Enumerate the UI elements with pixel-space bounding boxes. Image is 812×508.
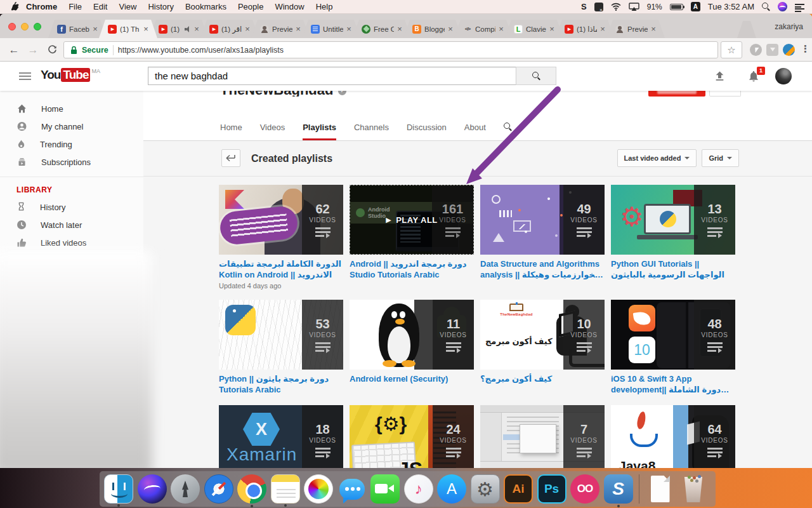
playlist-thumbnail[interactable]: 7VIDEOS xyxy=(480,405,605,468)
dock-messages-icon[interactable] xyxy=(337,474,367,504)
browser-tab-blogger[interactable]: Blogge xyxy=(403,20,462,38)
apple-menu-icon[interactable] xyxy=(11,2,20,11)
address-bar[interactable]: Secure https://www.youtube.com/user/alxs… xyxy=(63,41,718,58)
input-source-icon[interactable] xyxy=(691,2,700,11)
bookmark-star-icon[interactable] xyxy=(721,41,742,58)
playlist-title[interactable]: Data Structure and Algorithms analysis |… xyxy=(480,258,605,280)
dock-system-preferences-icon[interactable] xyxy=(471,474,500,504)
forward-button[interactable] xyxy=(25,43,41,58)
sidebar-item-history[interactable]: History xyxy=(0,198,143,216)
subscriber-count-button[interactable] xyxy=(709,91,741,97)
secure-label[interactable]: Secure xyxy=(82,46,108,55)
close-window-button[interactable] xyxy=(8,23,16,30)
sidebar-item-trending[interactable]: Trending xyxy=(0,135,143,153)
extension-download-icon[interactable] xyxy=(766,44,778,56)
tab-close-icon[interactable] xyxy=(91,25,99,33)
minimize-window-button[interactable] xyxy=(21,23,29,30)
battery-icon[interactable] xyxy=(670,4,683,10)
browser-tab-clavier[interactable]: Clavier xyxy=(505,20,563,38)
playlist-title[interactable]: iOS 10 & Swift 3 App development|| دورة … xyxy=(611,373,735,395)
playlist-thumbnail[interactable]: 11VIDEOS xyxy=(350,300,474,370)
dock-notes-icon[interactable] xyxy=(271,474,300,504)
subscribe-button[interactable] xyxy=(648,91,705,97)
tab-close-icon[interactable] xyxy=(244,25,251,33)
tab-close-icon[interactable] xyxy=(599,25,606,33)
menu-item-view[interactable]: View xyxy=(119,2,136,11)
menu-clock[interactable]: Tue 3:52 AM xyxy=(708,2,754,11)
dock-app-store-icon[interactable] xyxy=(437,474,466,504)
playlist-title[interactable]: كيف أكون مبرمج؟ xyxy=(480,373,605,384)
dock-launchpad-icon[interactable] xyxy=(171,474,200,504)
playlist-title[interactable]: الدورة الكاملة لبرمجة تطبيقات الاندرويد … xyxy=(219,258,343,280)
menu-item-help[interactable]: Help xyxy=(316,2,333,11)
tab-close-icon[interactable] xyxy=(142,25,150,33)
play-all-overlay[interactable]: PLAY ALL xyxy=(350,185,473,254)
channel-search-icon[interactable] xyxy=(504,122,512,140)
sidebar-item-my-channel[interactable]: My channel xyxy=(0,117,143,135)
spotlight-search-icon[interactable] xyxy=(762,3,770,11)
browser-tab-youtube-audio[interactable]: (1) xyxy=(150,20,208,38)
sidebar-item-subscriptions[interactable]: Subscriptions xyxy=(0,153,143,171)
tab-close-icon[interactable] xyxy=(548,25,556,33)
playlist-thumbnail[interactable]: 62VIDEOS xyxy=(219,185,343,255)
wifi-icon[interactable] xyxy=(611,3,621,11)
tab-close-icon[interactable] xyxy=(193,25,200,33)
chrome-menu-icon[interactable] xyxy=(801,43,810,55)
sidebar-item-watch-later[interactable]: Watch later xyxy=(0,216,143,234)
sidebar-item-liked-videos[interactable]: Liked videos xyxy=(0,234,143,251)
back-to-playlists-button[interactable] xyxy=(221,149,240,167)
tab-close-icon[interactable] xyxy=(396,25,403,33)
playlist-thumbnail[interactable]: 53VIDEOS xyxy=(219,300,343,370)
dock-siri-icon[interactable] xyxy=(138,474,167,504)
dock-trash-icon[interactable] xyxy=(679,474,708,504)
channel-tab-discussion[interactable]: Discussion xyxy=(407,123,447,140)
playlist-title[interactable]: Python GUI Tutorials || الواجهات الرسومي… xyxy=(611,258,735,280)
sidebar-item-home[interactable]: Home xyxy=(0,100,143,117)
playlist-thumbnail[interactable]: Java8 64VIDEOS xyxy=(611,405,735,468)
upload-icon[interactable] xyxy=(713,70,726,85)
channel-tab-playlists[interactable]: Playlists xyxy=(303,123,336,140)
extension-lightning-icon[interactable] xyxy=(750,44,762,56)
new-tab-button[interactable] xyxy=(737,21,756,38)
dock-photoshop-icon[interactable] xyxy=(537,474,566,504)
playlist-thumbnail[interactable]: TheNewBaghdad كيف أكون مبرمج 10VIDEOS xyxy=(480,300,605,370)
youtube-search-button[interactable] xyxy=(516,67,556,85)
channel-tab-videos[interactable]: Videos xyxy=(260,123,285,140)
browser-tab-preview[interactable]: Previe xyxy=(251,20,310,38)
channel-tab-about[interactable]: About xyxy=(464,123,486,140)
dock-photos-icon[interactable] xyxy=(304,474,333,504)
dock-itunes-icon[interactable] xyxy=(404,474,433,504)
skype-status-icon[interactable] xyxy=(581,2,587,11)
reload-button[interactable] xyxy=(44,43,60,58)
dock-facetime-icon[interactable] xyxy=(370,474,400,504)
dock-illustrator-icon[interactable] xyxy=(504,474,533,504)
browser-tab-facebook[interactable]: Faceb xyxy=(48,20,107,38)
app-status-icon[interactable] xyxy=(594,3,603,11)
channel-name[interactable]: TheNewBaghdad xyxy=(220,91,333,97)
channel-tab-home[interactable]: Home xyxy=(220,123,242,140)
menu-item-file[interactable]: File xyxy=(69,2,82,11)
tab-close-icon[interactable] xyxy=(345,25,353,33)
browser-tab-free-online[interactable]: Free O xyxy=(353,20,411,38)
youtube-logo[interactable]: You Tube MA xyxy=(41,68,100,82)
browser-tab-youtube-active[interactable]: (1) Th xyxy=(99,20,157,38)
notification-center-icon[interactable] xyxy=(795,3,804,11)
siri-icon[interactable] xyxy=(778,2,787,11)
menu-item-bookmarks[interactable]: Bookmarks xyxy=(185,2,226,11)
account-avatar[interactable] xyxy=(775,68,792,84)
playlist-thumbnail[interactable]: 49VIDEOS xyxy=(480,185,605,255)
playlist-title[interactable]: دورة برمجة اندرويد || Android Studio Tut… xyxy=(350,258,474,280)
airplay-icon[interactable] xyxy=(629,3,639,11)
chrome-profile-name[interactable]: zakariya xyxy=(775,22,803,31)
dock-finder-icon[interactable] xyxy=(104,474,133,504)
playlist-thumbnail[interactable]: 10 48VIDEOS xyxy=(611,300,735,370)
page-url[interactable]: https://www.youtube.com/user/alxs1aa/pla… xyxy=(118,46,284,55)
playlist-thumbnail[interactable]: 13VIDEOS xyxy=(611,185,735,255)
playlist-thumbnail-selected[interactable]: Android Studio 161VIDEOS PLAY ALL xyxy=(350,185,474,255)
back-button[interactable] xyxy=(6,43,22,58)
dock-safari-icon[interactable] xyxy=(204,474,233,504)
sort-dropdown[interactable]: Last video added xyxy=(617,149,697,167)
playlist-title[interactable]: دورة برمجة بايثون || Python Tutorials Ar… xyxy=(219,373,343,395)
menu-item-history[interactable]: History xyxy=(148,2,173,11)
guide-hamburger-icon[interactable] xyxy=(19,72,31,81)
